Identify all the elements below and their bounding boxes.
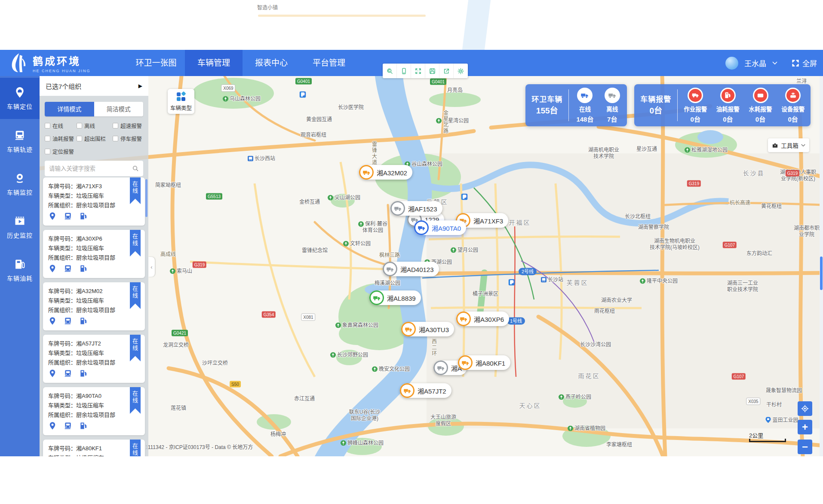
locate-pin-icon[interactable] [48, 212, 57, 222]
locate-button[interactable] [798, 401, 812, 416]
vehicle-marker[interactable]: 湘A57JT2 [400, 383, 451, 398]
sidebar-item-vehicle-monitor[interactable]: 车辆监控 [0, 164, 40, 205]
checkbox[interactable] [113, 123, 118, 128]
sidebar-item-vehicle-locate[interactable]: 车辆定位 [0, 78, 40, 119]
chevron-down-icon[interactable] [772, 61, 777, 65]
checkbox[interactable] [45, 136, 50, 141]
mobile-icon[interactable] [397, 64, 411, 78]
vehicle-card[interactable]: 车牌号码：湘A80KF1车辆类型：垃圾压缩车所属组织：厨余垃圾项目部在线 [43, 440, 145, 456]
vehicle-marker[interactable]: 湘A90TA0 [414, 220, 466, 235]
filter-locate-alarm[interactable]: 定位报警 [45, 147, 77, 156]
truck-alarm-icon [688, 88, 703, 103]
checkbox[interactable] [77, 136, 82, 141]
map-poi-label: 月亮岛 [447, 87, 463, 94]
fuel-icon[interactable] [79, 264, 88, 275]
zoom-in-button[interactable]: + [798, 420, 812, 434]
filter-online[interactable]: 在线 [45, 122, 77, 130]
checkbox[interactable] [113, 136, 118, 141]
settings-icon[interactable] [454, 64, 468, 78]
fuel-icon[interactable] [79, 369, 88, 379]
vehicle-card[interactable]: 车牌号码：湘A32M02车辆类型：垃圾压缩车所属组织：厨余垃圾项目部在线 [43, 282, 145, 330]
search-icon[interactable] [132, 165, 139, 172]
vehicle-marker[interactable]: 湘A32M02 [359, 165, 412, 180]
filter-out-of-fence[interactable]: 超出围栏 [77, 134, 113, 143]
fuel-icon[interactable] [79, 212, 88, 222]
road-shield-badge: G107 [732, 373, 746, 380]
map-poi-label: 保利·麓谷 体育公园 [358, 221, 387, 234]
track-icon[interactable] [64, 264, 72, 275]
marker-plate: 湘A90TA0 [432, 223, 461, 232]
vehicle-type-button[interactable]: 车辆类型 [168, 89, 194, 114]
checkbox[interactable] [45, 123, 50, 128]
org-header[interactable]: 已选7个组织 ▶ [40, 76, 148, 96]
user-name[interactable]: 王水晶 [744, 58, 766, 68]
alarm-water: 水耗报警 0台 [746, 88, 776, 123]
sidebar-item-vehicle-track[interactable]: 车辆轨迹 [0, 121, 40, 162]
tab-simple-mode[interactable]: 简洁模式 [94, 102, 144, 116]
save-icon[interactable] [425, 64, 439, 78]
map-poi-label: 大王山旅游 度假区 [430, 414, 456, 427]
nav-item-overview[interactable]: 环卫一张图 [127, 50, 185, 76]
search-input[interactable] [49, 165, 132, 172]
vehicle-marker[interactable]: 湘A80KF1 [458, 355, 510, 370]
nav-item-platform[interactable]: 平台管理 [300, 50, 358, 76]
sidebar-label: 车辆监控 [7, 188, 33, 196]
fuel-icon[interactable] [79, 422, 88, 432]
sidebar-item-history-monitor[interactable]: 历史监控 [0, 207, 40, 248]
vehicle-card[interactable]: 车牌号码：湘A57JT2车辆类型：垃圾压缩车所属组织：厨余垃圾项目部在线 [43, 335, 145, 383]
alarm-fuel: 油耗报警 0台 [713, 88, 743, 123]
filter-offline[interactable]: 离线 [77, 122, 113, 130]
vehicle-card[interactable]: 车牌号码：湘A71XF3车辆类型：垃圾压缩车所属组织：厨余垃圾项目部在线 [43, 177, 145, 226]
locate-pin-icon[interactable] [48, 317, 57, 327]
marker-truck-icon [456, 312, 471, 326]
map-canvas[interactable]: 环卫车辆 155台 在线 148台 离线 7台 车辆报警 0台 作业报警 0台 … [40, 76, 823, 456]
map-poi-label: 晟象智慧物流园 [766, 388, 802, 394]
marker-truck-icon [400, 383, 415, 398]
vehicle-marker[interactable]: 湘AF1523 [390, 201, 442, 216]
track-icon[interactable] [64, 422, 72, 432]
online-label: 在线 [579, 104, 591, 113]
locate-pin-icon[interactable] [48, 422, 57, 432]
marker-plate: 湘A30XP6 [474, 315, 504, 324]
track-icon[interactable] [64, 369, 72, 379]
vehicle-card[interactable]: 车牌号码：湘A90TA0车辆类型：垃圾压缩车所属组织：厨余垃圾项目部在线 [43, 387, 145, 435]
panel-scrollbar[interactable] [145, 179, 147, 217]
vehicle-list[interactable]: 车牌号码：湘A71XF3车辆类型：垃圾压缩车所属组织：厨余垃圾项目部在线车牌号码… [40, 176, 148, 456]
nav-item-reports[interactable]: 报表中心 [243, 50, 300, 76]
alarm-work: 作业报警 0台 [680, 88, 710, 123]
tab-detail-mode[interactable]: 详情模式 [45, 102, 94, 116]
page-scrollbar[interactable] [820, 76, 823, 456]
vehicle-marker[interactable]: 湘AD40123 [383, 262, 439, 276]
share-icon[interactable] [439, 64, 454, 78]
filter-overspeed[interactable]: 超速报警 [113, 122, 143, 130]
panel-collapse-handle[interactable]: ‹ [148, 257, 155, 277]
checkbox[interactable] [77, 123, 82, 128]
fuel-icon[interactable] [79, 317, 88, 327]
locate-pin-icon[interactable] [48, 369, 57, 379]
vehicle-card[interactable]: 车牌号码：湘A30XP6车辆类型：垃圾压缩车所属组织：厨余垃圾项目部在线 [43, 230, 145, 278]
filter-fuel-alarm[interactable]: 油耗报警 [45, 134, 77, 143]
filter-parking-alarm[interactable]: 停车报警 [113, 134, 143, 143]
avatar[interactable] [725, 57, 738, 70]
map-poi-label: 杭长高速 [730, 200, 750, 206]
map-poi-label: 雨花区 [578, 373, 600, 379]
marker-truck-icon [433, 360, 448, 375]
checkbox[interactable] [45, 149, 50, 154]
track-icon[interactable] [64, 317, 72, 327]
toolbox-button[interactable]: 工具箱 [768, 138, 809, 152]
sidebar-item-vehicle-fuel[interactable]: 车辆油耗 [0, 250, 40, 291]
left-sidebar: 车辆定位 车辆轨迹 车辆监控 历史监控 车辆油耗 [0, 76, 40, 456]
vehicle-marker[interactable]: 湘A30XP6 [456, 312, 509, 326]
vehicle-marker[interactable]: 湘A30TU3 [401, 322, 454, 336]
fullscreen-button[interactable]: 全屏 [791, 58, 817, 68]
expand-icon[interactable] [411, 64, 425, 78]
arrow-right-icon[interactable]: ▶ [138, 83, 142, 89]
vehicle-marker[interactable]: 湘AL8839 [369, 290, 421, 305]
locate-pin-icon[interactable] [48, 264, 57, 275]
scrollbar-thumb[interactable] [820, 257, 823, 290]
nav-item-vehicle-mgmt[interactable]: 车辆管理 [185, 50, 243, 76]
track-icon[interactable] [64, 212, 72, 222]
vehicle-card-line: 车辆类型：垃圾压缩车 [48, 453, 140, 456]
zoom-out-button[interactable]: − [798, 440, 812, 454]
zoom-explore-icon[interactable] [383, 64, 397, 78]
